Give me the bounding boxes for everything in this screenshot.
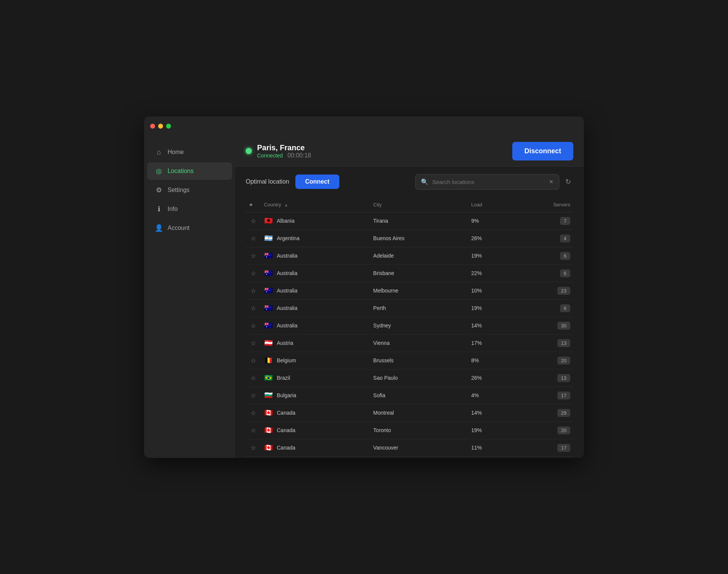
country-cell-0: 🇦🇱 Albania bbox=[261, 212, 370, 230]
favorite-star-13[interactable]: ☆ bbox=[246, 439, 261, 456]
locations-table: ★ Country ▲ City Load Servers ☆ 🇦🇱 Alban… bbox=[246, 197, 573, 458]
table-row[interactable]: ☆ 🇨🇦 Canada Vancouver 11% 17 bbox=[246, 439, 573, 456]
load-cell-1: 26% bbox=[468, 230, 513, 247]
favorite-star-6[interactable]: ☆ bbox=[246, 317, 261, 334]
table-row[interactable]: ☆ 🇦🇺 Australia Sydney 14% 30 bbox=[246, 317, 573, 334]
country-name-0: Albania bbox=[277, 218, 295, 224]
sidebar-item-info[interactable]: ℹ Info bbox=[147, 200, 232, 218]
connect-button[interactable]: Connect bbox=[295, 175, 339, 189]
flag-0: 🇦🇱 bbox=[264, 218, 273, 224]
sidebar-item-account[interactable]: 👤 Account bbox=[147, 219, 232, 237]
locations-table-container: ★ Country ▲ City Load Servers ☆ 🇦🇱 Alban… bbox=[235, 197, 584, 458]
favorite-star-3[interactable]: ☆ bbox=[246, 264, 261, 282]
titlebar bbox=[144, 116, 584, 136]
sidebar-item-settings[interactable]: ⚙ Settings bbox=[147, 181, 232, 199]
city-cell-4: Melbourne bbox=[370, 282, 468, 299]
favorite-star-8[interactable]: ☆ bbox=[246, 352, 261, 369]
favorite-star-12[interactable]: ☆ bbox=[246, 421, 261, 439]
favorite-star-1[interactable]: ☆ bbox=[246, 230, 261, 247]
table-row[interactable]: ☆ 🇧🇷 Brazil Sao Paulo 26% 13 bbox=[246, 369, 573, 387]
servers-badge-4: 23 bbox=[557, 287, 570, 295]
load-cell-6: 14% bbox=[468, 317, 513, 334]
table-row[interactable]: ☆ 🇦🇺 Australia Melbourne 10% 23 bbox=[246, 282, 573, 299]
col-servers: Servers bbox=[513, 197, 574, 212]
search-clear-icon[interactable]: ✕ bbox=[549, 179, 554, 185]
servers-badge-6: 30 bbox=[557, 322, 570, 330]
country-cell-14: 🇨🇱 Chile bbox=[261, 456, 370, 458]
servers-cell-10: 17 bbox=[513, 387, 574, 404]
favorite-star-10[interactable]: ☆ bbox=[246, 387, 261, 404]
table-header: ★ Country ▲ City Load Servers bbox=[246, 197, 573, 212]
table-row[interactable]: ☆ 🇧🇬 Bulgaria Sofia 4% 17 bbox=[246, 387, 573, 404]
favorite-star-0[interactable]: ☆ bbox=[246, 212, 261, 230]
country-name-2: Australia bbox=[277, 253, 297, 259]
locations-icon: ◎ bbox=[155, 167, 163, 175]
table-row[interactable]: ☆ 🇦🇺 Australia Perth 19% 6 bbox=[246, 299, 573, 317]
search-input[interactable] bbox=[432, 179, 545, 185]
city-cell-14: Santiago bbox=[370, 456, 468, 458]
table-row[interactable]: ☆ 🇦🇷 Argentina Buenos Aires 26% 4 bbox=[246, 230, 573, 247]
optimal-section: Optimal location Connect bbox=[246, 175, 339, 189]
table-row[interactable]: ☆ 🇦🇱 Albania Tirana 9% 7 bbox=[246, 212, 573, 230]
servers-badge-2: 6 bbox=[560, 252, 570, 260]
servers-cell-1: 4 bbox=[513, 230, 574, 247]
load-cell-13: 11% bbox=[468, 439, 513, 456]
favorite-star-7[interactable]: ☆ bbox=[246, 334, 261, 352]
servers-cell-5: 6 bbox=[513, 299, 574, 317]
sidebar-item-home[interactable]: ⌂ Home bbox=[147, 144, 232, 161]
table-row[interactable]: ☆ 🇦🇺 Australia Brisbane 22% 6 bbox=[246, 264, 573, 282]
connection-dot bbox=[246, 148, 252, 154]
country-name-7: Austria bbox=[277, 340, 293, 346]
country-cell-10: 🇧🇬 Bulgaria bbox=[261, 387, 370, 404]
city-cell-6: Sydney bbox=[370, 317, 468, 334]
sidebar-item-locations[interactable]: ◎ Locations bbox=[147, 162, 232, 180]
favorite-star-4[interactable]: ☆ bbox=[246, 282, 261, 299]
table-row[interactable]: ☆ 🇦🇺 Australia Adelaide 19% 6 bbox=[246, 247, 573, 264]
flag-2: 🇦🇺 bbox=[264, 253, 273, 259]
home-icon: ⌂ bbox=[155, 148, 163, 156]
servers-cell-13: 17 bbox=[513, 439, 574, 456]
load-cell-4: 10% bbox=[468, 282, 513, 299]
load-cell-7: 17% bbox=[468, 334, 513, 352]
fullscreen-button[interactable] bbox=[166, 124, 171, 129]
disconnect-button[interactable]: Disconnect bbox=[512, 142, 573, 160]
favorite-star-14[interactable]: ☆ bbox=[246, 456, 261, 458]
favorite-star-9[interactable]: ☆ bbox=[246, 369, 261, 387]
country-name-4: Australia bbox=[277, 288, 297, 294]
table-row[interactable]: ☆ 🇨🇦 Canada Toronto 19% 20 bbox=[246, 421, 573, 439]
close-button[interactable] bbox=[150, 124, 155, 129]
table-row[interactable]: ☆ 🇨🇱 Chile Santiago 6% 10 bbox=[246, 456, 573, 458]
flag-3: 🇦🇺 bbox=[264, 270, 273, 276]
servers-badge-3: 6 bbox=[560, 269, 570, 277]
table-body: ☆ 🇦🇱 Albania Tirana 9% 7 ☆ 🇦🇷 Argentina … bbox=[246, 212, 573, 458]
col-load: Load bbox=[468, 197, 513, 212]
favorite-star-11[interactable]: ☆ bbox=[246, 404, 261, 421]
flag-13: 🇨🇦 bbox=[264, 445, 273, 451]
flag-11: 🇨🇦 bbox=[264, 410, 273, 416]
sidebar: ⌂ Home ◎ Locations ⚙ Settings ℹ Info 👤 A… bbox=[144, 136, 235, 458]
city-cell-13: Vancouver bbox=[370, 439, 468, 456]
table-row[interactable]: ☆ 🇧🇪 Belgium Brussels 8% 20 bbox=[246, 352, 573, 369]
refresh-button[interactable]: ↻ bbox=[563, 175, 573, 188]
sidebar-label-info: Info bbox=[168, 206, 178, 212]
sidebar-label-locations: Locations bbox=[168, 168, 194, 175]
favorite-star-5[interactable]: ☆ bbox=[246, 299, 261, 317]
table-row[interactable]: ☆ 🇦🇹 Austria Vienna 17% 13 bbox=[246, 334, 573, 352]
col-country[interactable]: Country ▲ bbox=[261, 197, 370, 212]
country-name-8: Belgium bbox=[277, 357, 296, 363]
country-cell-6: 🇦🇺 Australia bbox=[261, 317, 370, 334]
country-cell-7: 🇦🇹 Austria bbox=[261, 334, 370, 352]
country-cell-11: 🇨🇦 Canada bbox=[261, 404, 370, 421]
country-name-1: Argentina bbox=[277, 235, 300, 241]
country-cell-3: 🇦🇺 Australia bbox=[261, 264, 370, 282]
servers-cell-7: 13 bbox=[513, 334, 574, 352]
servers-badge-5: 6 bbox=[560, 304, 570, 312]
flag-12: 🇨🇦 bbox=[264, 427, 273, 433]
flag-1: 🇦🇷 bbox=[264, 235, 273, 241]
table-row[interactable]: ☆ 🇨🇦 Canada Montreal 14% 29 bbox=[246, 404, 573, 421]
load-cell-12: 19% bbox=[468, 421, 513, 439]
city-cell-1: Buenos Aires bbox=[370, 230, 468, 247]
country-cell-1: 🇦🇷 Argentina bbox=[261, 230, 370, 247]
favorite-star-2[interactable]: ☆ bbox=[246, 247, 261, 264]
minimize-button[interactable] bbox=[158, 124, 163, 129]
